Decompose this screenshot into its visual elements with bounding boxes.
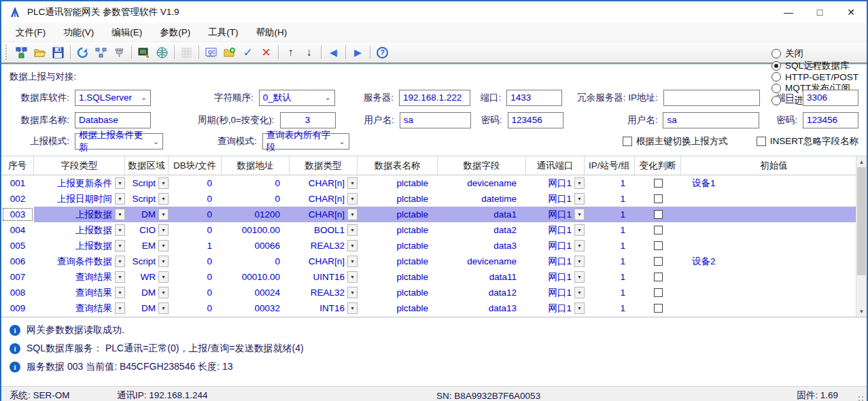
cell-change-detect[interactable] [635,207,681,222]
cell-station[interactable]: 1 [585,300,635,316]
cell-db-block[interactable]: 0 [169,222,222,238]
chevron-down-icon[interactable]: ▼ [115,224,125,236]
chevron-down-icon[interactable]: ▼ [574,256,585,267]
delete-cross-icon[interactable]: ✕ [257,43,275,61]
cell-data-area[interactable]: CIO▼ [125,222,169,238]
refresh-icon[interactable] [73,43,92,61]
cell-station[interactable]: 1 [585,191,635,207]
cell-initial-value[interactable] [681,222,856,238]
checkbox-icon[interactable] [654,179,663,188]
cell-data-address[interactable]: 00024 [222,285,290,300]
move-down-icon[interactable]: ↓ [300,43,318,61]
cell-db-block[interactable]: 0 [169,191,222,207]
cell-data-field[interactable]: data2 [438,222,526,238]
checkbox-icon[interactable] [654,241,663,250]
cell-station[interactable]: 1 [585,285,635,300]
header-db-block[interactable]: DB块/文件 [169,156,222,175]
scroll-up-icon[interactable]: ▲ [856,156,867,167]
header-field-type[interactable]: 字段类型 [34,156,125,175]
chevron-down-icon[interactable]: ▼ [158,256,169,267]
cell-table-name[interactable]: plctable [358,175,438,191]
cell-initial-value[interactable] [681,238,856,254]
cell-table-name[interactable]: plctable [358,207,438,222]
cell-seq[interactable]: 008 [1,285,34,300]
header-data-area[interactable]: 数据区域 [125,156,169,175]
cell-comm-port[interactable]: 网口1▼ [526,269,585,285]
cell-seq[interactable]: 001 [1,175,34,191]
cell-seq[interactable]: 006 [1,254,34,269]
cell-table-name[interactable]: plctable [358,254,438,269]
chevron-down-icon[interactable]: ▼ [158,271,169,283]
header-initial-value[interactable]: 初始值 [681,156,856,175]
cell-field-type[interactable]: 上报数据▼ [34,207,125,222]
qc-monitor-icon[interactable]: QC [202,43,220,61]
cell-comm-port[interactable]: 网口1▼ [526,191,585,207]
chevron-down-icon[interactable]: ▼ [115,256,125,267]
menu-item[interactable]: 功能(V) [54,24,103,41]
checkbox-icon[interactable] [654,257,663,266]
primary-key-checkbox[interactable]: 根据主键切换上报方式 [623,135,728,147]
table-row[interactable]: 008 查询结果▼ DM▼ 0 00024 REAL32▼ plctable d… [1,285,867,300]
cell-data-type[interactable]: CHAR[n]▼ [290,207,358,222]
char-order-select[interactable]: 0_默认⌄ [259,90,335,106]
cell-seq[interactable]: 005 [1,238,34,254]
cell-db-block[interactable]: 0 [169,269,222,285]
table-row[interactable]: 004 上报数据▼ CIO▼ 0 00100.00 BOOL1▼ plctabl… [1,222,867,238]
table-row[interactable]: 007 查询结果▼ WR▼ 0 00010.00 UINT16▼ plctabl… [1,269,867,285]
cell-data-type[interactable]: UINT16▼ [290,269,358,285]
cell-data-type[interactable]: REAL32▼ [290,238,358,254]
cell-station[interactable]: 1 [585,269,635,285]
cell-data-type[interactable]: REAL32▼ [290,285,358,300]
cell-data-address[interactable]: 00100.00 [222,222,290,238]
close-button[interactable]: ✕ [835,1,867,23]
period-input[interactable] [280,112,336,128]
cell-station[interactable]: 1 [585,222,635,238]
chevron-down-icon[interactable]: ▼ [347,287,358,298]
chevron-down-icon[interactable]: ▼ [158,240,169,251]
cell-seq[interactable]: 002 [1,191,34,207]
cell-field-type[interactable]: 上报数据▼ [34,222,125,238]
open-file-icon[interactable] [31,43,49,61]
cell-change-detect[interactable] [635,191,681,207]
checkbox-icon[interactable] [654,288,663,297]
cell-initial-value[interactable] [681,207,856,222]
cell-seq[interactable]: 004 [1,222,34,238]
redundant-password-input[interactable] [803,112,858,128]
cell-data-address[interactable]: 00010.00 [222,269,290,285]
cell-data-type[interactable]: INT16▼ [290,300,358,316]
cell-data-area[interactable]: WR▼ [125,269,169,285]
cell-data-field[interactable]: data11 [438,269,526,285]
cell-data-type[interactable]: BOOL1▼ [290,222,358,238]
cell-data-field[interactable]: data12 [438,285,526,300]
nav-next-icon[interactable]: ▶ [349,43,367,61]
cell-station[interactable]: 1 [585,254,635,269]
table-row[interactable]: 001 上报更新条件▼ Script▼ 0 0 CHAR[n]▼ plctabl… [1,175,867,191]
cell-change-detect[interactable] [635,285,681,300]
cell-change-detect[interactable] [635,175,681,191]
nav-prev-icon[interactable]: ◀ [324,43,343,61]
toolbar-grip[interactable] [5,45,10,60]
apply-check-icon[interactable]: ✓ [239,43,257,61]
chevron-down-icon[interactable]: ▼ [115,177,125,189]
cell-db-block[interactable]: 0 [169,300,222,316]
chevron-down-icon[interactable]: ▼ [574,209,585,220]
cell-data-field[interactable]: data13 [438,300,526,316]
minimize-button[interactable]: — [773,1,804,23]
cell-comm-port[interactable]: 网口1▼ [526,285,585,300]
cell-field-type[interactable]: 上报日期时间▼ [34,191,125,207]
chevron-down-icon[interactable]: ▼ [158,193,169,205]
header-data-field[interactable]: 数据字段 [438,156,526,175]
cell-change-detect[interactable] [635,238,681,254]
chevron-down-icon[interactable]: ▼ [574,271,585,283]
cell-table-name[interactable]: plctable [358,269,438,285]
cell-data-field[interactable]: devicename [438,175,526,191]
comm-nodes-icon[interactable] [92,43,110,61]
chevron-down-icon[interactable]: ▼ [115,287,125,298]
chevron-down-icon[interactable]: ▼ [158,287,169,298]
redundant-user-input[interactable] [663,112,759,128]
cell-data-address[interactable]: 00032 [222,300,290,316]
cell-field-type[interactable]: 查询结果▼ [34,300,125,316]
cell-table-name[interactable]: plctable [358,222,438,238]
cell-comm-port[interactable]: 网口1▼ [526,207,585,222]
header-data-type[interactable]: 数据类型 [290,156,358,175]
